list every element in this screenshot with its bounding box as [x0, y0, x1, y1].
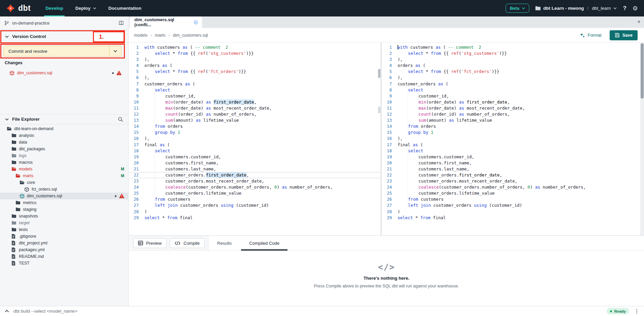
beta-toggle[interactable]: Beta [506, 4, 529, 13]
code-line-29[interactable]: 29select * from final [382, 215, 644, 221]
code-line-18[interactable]: 18 select [382, 148, 644, 154]
code-line-13[interactable]: 13 sum(amount) as lifetime_value [382, 117, 644, 123]
tree-item-dbt-project-yml[interactable]: dbt_project.yml [0, 240, 128, 246]
code-line-11[interactable]: 11 max(order_date) as most_recent_order_… [129, 105, 381, 111]
code-line-18[interactable]: 18 select [129, 148, 381, 154]
code-line-15[interactable]: 15 group by 1 [129, 129, 381, 135]
code-line-12[interactable]: 12 count(order_id) as number_of_orders, [382, 111, 644, 117]
code-line-21[interactable]: 21 customers.last_name, [382, 166, 644, 172]
code-line-10[interactable]: 10 min(order_date) as first_order_date, [129, 99, 381, 105]
code-line-1[interactable]: 1with customers as ( -- comment 2 [129, 44, 381, 50]
code-line-13[interactable]: 13 sum(amount) as lifetime_value [129, 117, 381, 123]
code-line-2[interactable]: 2 select * from {{ ref('stg_customers')}… [382, 50, 644, 56]
right-pane-scrollbar-thumb[interactable] [641, 43, 644, 98]
code-line-23[interactable]: 23 customer_orders.most_recent_order_dat… [382, 178, 644, 184]
code-line-2[interactable]: 2 select * from {{ ref('stg_customers')}… [129, 50, 381, 56]
code-line-16[interactable]: 16), [382, 135, 644, 142]
code-line-28[interactable]: 28) [382, 209, 644, 215]
changed-file-item[interactable]: dim_customers.sql [3, 69, 126, 77]
code-line-7[interactable]: 7customer_orders as ( [129, 81, 381, 87]
tree-item-core[interactable]: core [0, 179, 128, 186]
tree-item-readme-md[interactable]: README.md [0, 253, 128, 260]
code-line-29[interactable]: 29select * from final [129, 215, 381, 221]
tree-item-data[interactable]: data [0, 139, 128, 146]
dbt-logo[interactable]: dbt [6, 4, 31, 13]
tree-item-packages-yml[interactable]: packages.yml [0, 246, 128, 253]
tree-item-staging[interactable]: staging [0, 206, 128, 213]
tree-item-dbt-learn-on-demand[interactable]: dbt-learn-on-demand [0, 125, 128, 132]
branch-row[interactable]: on-demand-practice [0, 16, 128, 30]
command-input[interactable]: dbt build --select <model_name> [13, 309, 77, 314]
code-pane-left[interactable]: 1with customers as ( -- comment 22 selec… [129, 43, 381, 235]
tree-item-test[interactable]: TEST [0, 260, 128, 267]
tree-item-tests[interactable]: tests [0, 226, 128, 233]
new-tab-plus-icon[interactable]: + [637, 18, 641, 25]
code-line-3[interactable]: 3), [129, 56, 381, 63]
docs-book-icon[interactable] [118, 21, 124, 26]
gear-icon[interactable]: ⚙ [633, 5, 638, 11]
tree-item--gitignore[interactable]: .gitignore [0, 233, 128, 240]
code-line-27[interactable]: 27 left join customer_orders using (cust… [129, 202, 381, 208]
format-button[interactable]: Format [580, 33, 601, 38]
nav-documentation[interactable]: Documentation [108, 0, 141, 16]
tree-item-snapshots[interactable]: snapshots [0, 213, 128, 220]
breadcrumb-file[interactable]: dim_customers.sql [173, 33, 208, 38]
code-line-19[interactable]: 19 customers.customer_id, [129, 154, 381, 160]
code-line-25[interactable]: 25 customer_orders.lifetime_value [129, 190, 381, 196]
code-line-22[interactable]: 22 customer_orders.first_order_date, [129, 172, 381, 178]
code-line-4[interactable]: 4orders as ( [129, 63, 381, 69]
code-line-5[interactable]: 5 select * from {{ ref('fct_orders')}} [129, 69, 381, 75]
code-line-19[interactable]: 19 customers.customer_id, [382, 154, 644, 160]
tree-item-macros[interactable]: macros [0, 159, 128, 166]
code-line-26[interactable]: 26 from customers [129, 196, 381, 202]
code-line-1[interactable]: 1with customers as ( -- comment 2 [382, 44, 644, 50]
code-line-27[interactable]: 27 left join customer_orders using (cust… [382, 202, 644, 208]
code-line-20[interactable]: 20 customers.first_name, [382, 160, 644, 166]
breadcrumb-marts[interactable]: marts [155, 33, 165, 38]
tree-item-metrics[interactable]: metrics [0, 199, 128, 206]
code-line-8[interactable]: 8 select [129, 87, 381, 93]
save-button[interactable]: Save [610, 30, 638, 40]
code-line-14[interactable]: 14 from orders [382, 123, 644, 129]
tree-item-models[interactable]: modelsM [0, 166, 128, 172]
help-icon[interactable]: ? [623, 5, 626, 12]
code-line-17[interactable]: 17final as ( [129, 142, 381, 148]
nav-develop[interactable]: Develop [45, 0, 63, 16]
tab-compiled-code[interactable]: Compiled Code [240, 236, 288, 250]
code-line-9[interactable]: 9 customer_id, [129, 93, 381, 99]
code-line-7[interactable]: 7customer_orders as ( [382, 81, 644, 87]
tree-item-dbt-packages[interactable]: dbt_packages [0, 146, 128, 152]
search-icon[interactable] [118, 117, 123, 122]
code-line-16[interactable]: 16), [129, 135, 381, 142]
compile-button[interactable]: Compile [170, 238, 205, 248]
code-line-15[interactable]: 15 group by 1 [382, 129, 644, 135]
tree-item-target[interactable]: target [0, 220, 128, 226]
commit-and-resolve-button[interactable]: Commit and resolve [3, 46, 122, 56]
code-line-20[interactable]: 20 customers.first_name, [129, 160, 381, 166]
file-explorer-header[interactable]: File Explorer [0, 114, 128, 124]
code-line-14[interactable]: 14 from orders [129, 123, 381, 129]
tree-item-logs[interactable]: logs [0, 152, 128, 159]
tree-item-marts[interactable]: martsM [0, 172, 128, 179]
code-line-22[interactable]: 22 customer_orders.first_order_date, [382, 172, 644, 178]
code-line-26[interactable]: 26 from customers [382, 196, 644, 202]
code-line-12[interactable]: 12 count(order_id) as number_of_orders, [129, 111, 381, 117]
code-line-6[interactable]: 6), [129, 75, 381, 81]
breadcrumb-models[interactable]: models [134, 33, 147, 38]
code-line-24[interactable]: 24 coalesce(customer_orders.number_of_or… [382, 184, 644, 190]
preview-button[interactable]: Preview [133, 238, 167, 248]
left-pane-scrollbar-thumb[interactable] [378, 69, 380, 78]
code-line-11[interactable]: 11 max(order_date) as most_recent_order_… [382, 105, 644, 111]
code-line-8[interactable]: 8 select [382, 87, 644, 93]
tab-results[interactable]: Results [208, 236, 240, 250]
code-line-6[interactable]: 6), [382, 75, 644, 81]
chevron-up-icon[interactable] [5, 310, 9, 313]
code-pane-right[interactable]: 1with customers as ( -- comment 22 selec… [382, 43, 644, 235]
commit-dropdown-caret[interactable] [109, 46, 121, 56]
project-switcher[interactable]: dbt Learn - mwong / dbt_learn [535, 6, 617, 11]
code-line-5[interactable]: 5 select * from {{ ref('fct_orders')}} [382, 69, 644, 75]
code-line-24[interactable]: 24 coalesce(customer_orders.number_of_or… [129, 184, 381, 190]
code-line-25[interactable]: 25 customer_orders.lifetime_value [382, 190, 644, 196]
right-pane-scrollbar-track[interactable] [640, 43, 644, 235]
tree-item-analysis[interactable]: analysis [0, 132, 128, 139]
